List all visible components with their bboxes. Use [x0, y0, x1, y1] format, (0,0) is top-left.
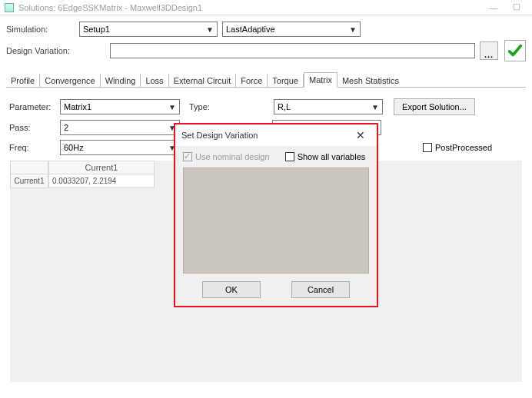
show-all-variables-label: Show all variables: [298, 152, 366, 161]
setup-select[interactable]: Setup1 ▼: [79, 22, 218, 37]
dialog-titlebar: Set Design Variation ✕: [175, 124, 377, 146]
confirm-check-button[interactable]: [504, 40, 526, 61]
tab-force[interactable]: Force: [236, 74, 268, 88]
tab-convergence[interactable]: Convergence: [40, 74, 100, 88]
chevron-down-icon: ▼: [206, 25, 214, 34]
dialog-close-button[interactable]: ✕: [351, 128, 371, 143]
checkmark-icon: [507, 42, 524, 59]
chevron-down-icon: ▼: [349, 25, 357, 34]
tab-matrix[interactable]: Matrix: [304, 72, 337, 88]
post-processed-label: PostProcessed: [435, 143, 492, 152]
cancel-button-label: Cancel: [308, 285, 334, 294]
ok-button-label: OK: [225, 285, 238, 294]
tab-winding[interactable]: Winding: [101, 74, 141, 88]
pass-label: Pass:: [9, 123, 60, 132]
minimize-button[interactable]: —: [483, 2, 504, 14]
table-corner: [10, 161, 48, 174]
use-nominal-design-label: Use nominal design: [195, 152, 270, 161]
window-title: Solutions: 6EdgeSSKMatrix - Maxwell3DDes…: [18, 3, 202, 12]
tab-strip: Profile Convergence Winding Loss Externa…: [6, 72, 526, 88]
tab-profile[interactable]: Profile: [6, 74, 40, 88]
type-select[interactable]: R,L ▼: [274, 99, 383, 114]
chevron-down-icon: ▼: [168, 103, 176, 111]
table-column-header[interactable]: Current1: [48, 161, 155, 174]
table-cell[interactable]: 0.0033207, 2.2194: [48, 174, 155, 188]
app-icon: [5, 3, 14, 12]
setup-select-value: Setup1: [83, 25, 110, 34]
pass-select[interactable]: 2 ▼: [60, 120, 180, 135]
design-variation-label: Design Variation:: [6, 46, 79, 55]
design-variation-input[interactable]: [110, 43, 475, 58]
adaptive-select-value: LastAdaptive: [226, 25, 275, 34]
type-select-value: R,L: [278, 102, 291, 111]
maximize-button[interactable]: ☐: [506, 2, 527, 14]
table-row-header[interactable]: Current1: [10, 174, 48, 188]
design-variation-browse-button[interactable]: ...: [480, 41, 498, 60]
ok-button[interactable]: OK: [202, 281, 261, 298]
export-button-label: Export Solution...: [402, 102, 467, 111]
dialog-title: Set Design Variation: [181, 131, 258, 140]
set-design-variation-dialog: Set Design Variation ✕ Use nominal desig…: [174, 123, 378, 307]
tab-mesh-statistics[interactable]: Mesh Statistics: [337, 74, 404, 88]
variables-list[interactable]: [183, 167, 369, 274]
pass-select-value: 2: [64, 123, 68, 132]
ellipsis-label: ...: [484, 50, 494, 59]
cancel-button[interactable]: Cancel: [291, 281, 350, 298]
parameter-select-value: Matrix1: [64, 102, 91, 111]
parameter-label: Parameter:: [9, 102, 60, 111]
freq-select-value: 60Hz: [64, 143, 84, 152]
simulation-label: Simulation:: [6, 25, 79, 34]
tab-external-circuit[interactable]: External Circuit: [169, 74, 237, 88]
tab-loss[interactable]: Loss: [141, 74, 168, 88]
titlebar: Solutions: 6EdgeSSKMatrix - Maxwell3DDes…: [0, 0, 532, 15]
use-nominal-design-checkbox: [183, 152, 192, 161]
post-processed-checkbox[interactable]: [423, 143, 432, 152]
freq-select[interactable]: 60Hz ▼: [60, 140, 180, 155]
type-label: Type:: [189, 102, 218, 111]
chevron-down-icon: ▼: [371, 103, 379, 111]
export-solution-button[interactable]: Export Solution...: [394, 98, 475, 115]
show-all-variables-checkbox[interactable]: [285, 152, 294, 161]
tab-torque[interactable]: Torque: [268, 74, 304, 88]
adaptive-select[interactable]: LastAdaptive ▼: [222, 22, 361, 37]
parameter-select[interactable]: Matrix1 ▼: [60, 99, 180, 114]
freq-label: Freq:: [9, 143, 60, 152]
